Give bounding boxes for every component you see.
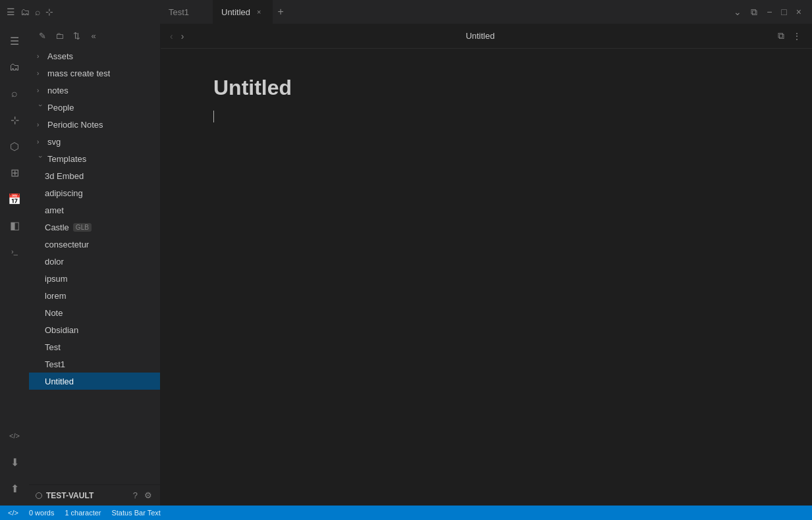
editor-actions: ⧉ ⋮ <box>775 28 804 44</box>
tab-test1[interactable]: Test1 <box>161 0 213 24</box>
activity-calendar-icon[interactable]: 📅 <box>3 187 26 211</box>
activity-upload-icon[interactable]: ⬆ <box>3 477 26 500</box>
activity-document-icon[interactable]: ◧ <box>3 213 26 237</box>
sidebar-item-label: Obsidian <box>45 325 78 335</box>
activity-bookmarks-icon[interactable]: ⊹ <box>3 108 26 132</box>
sidebar-item-label: Templates <box>47 154 86 164</box>
editor-title: Untitled <box>190 31 770 41</box>
activity-bar: ☰ 🗂 ⌕ ⊹ ⬡ ⊞ 📅 ◧ ›_ </> ⬇ ⬆ <box>0 24 29 506</box>
collapse-button[interactable]: « <box>86 28 101 43</box>
chevron-down-icon[interactable]: ⌄ <box>731 4 744 20</box>
tab-untitled-label: Untitled <box>221 7 250 17</box>
sidebar-item-label: 3d Embed <box>45 171 84 181</box>
sidebar-item-label: notes <box>47 86 68 95</box>
sidebar-item-obsidian[interactable]: Obsidian <box>29 321 160 338</box>
activity-code-icon[interactable]: </> <box>3 424 26 448</box>
new-note-button[interactable]: ✎ <box>34 28 50 43</box>
activity-search-icon[interactable]: ⌕ <box>3 82 26 105</box>
new-folder-button[interactable]: 🗀 <box>51 28 67 43</box>
main-layout: ☰ 🗂 ⌕ ⊹ ⬡ ⊞ 📅 ◧ ›_ </> ⬇ ⬆ ✎ 🗀 ⇅ « › Ass… <box>0 24 812 506</box>
folder-open-icon[interactable]: 🗂 <box>20 7 30 17</box>
sidebar-item-test1[interactable]: Test1 <box>29 355 160 373</box>
vault-icon <box>36 492 42 499</box>
sidebar-item-label: dolor <box>45 257 64 267</box>
sidebar-item-label: People <box>47 103 74 113</box>
sidebar-item-note[interactable]: Note <box>29 304 160 321</box>
chevron-down-icon: › <box>37 104 44 111</box>
status-char-count[interactable]: 1 character <box>62 509 103 517</box>
minimize-button[interactable]: − <box>764 4 774 20</box>
activity-sidebar-icon[interactable]: ☰ <box>3 29 26 53</box>
sidebar-toggle-icon[interactable]: ☰ <box>7 7 15 17</box>
sidebar-toolbar: ✎ 🗀 ⇅ « <box>29 24 160 47</box>
split-view-icon[interactable]: ⧉ <box>748 4 760 20</box>
sidebar-item-mass-create-test[interactable]: › mass create test <box>29 65 160 82</box>
status-bar-text[interactable]: Status Bar Text <box>109 509 163 517</box>
sidebar-item-label: svg <box>47 137 61 147</box>
sidebar-item-label: Periodic Notes <box>47 120 103 130</box>
sidebar-item-label: adipiscing <box>45 188 83 198</box>
chevron-down-icon: › <box>37 155 44 162</box>
sidebar-item-ipsum[interactable]: ipsum <box>29 270 160 287</box>
chevron-right-icon: › <box>37 53 43 60</box>
window-controls: ⌄ ⧉ − □ × <box>731 4 812 20</box>
activity-download-icon[interactable]: ⬇ <box>3 450 26 474</box>
sidebar-item-label: Test <box>45 342 61 352</box>
sidebar-item-label: Assets <box>47 51 73 61</box>
activity-extensions-icon[interactable]: ⊞ <box>3 161 26 184</box>
settings-button[interactable]: ⚙ <box>143 489 153 502</box>
sidebar-item-notes[interactable]: › notes <box>29 82 160 99</box>
tab-untitled[interactable]: Untitled × <box>213 0 273 24</box>
status-bar: </> 0 words 1 character Status Bar Text <box>0 506 812 520</box>
sidebar-item-periodic-notes[interactable]: › Periodic Notes <box>29 116 160 133</box>
tab-bar: Test1 Untitled × + <box>161 0 731 24</box>
maximize-button[interactable]: □ <box>778 4 789 20</box>
sort-button[interactable]: ⇅ <box>68 28 84 43</box>
sidebar-item-label: mass create test <box>47 68 110 78</box>
bookmark-bar-icon[interactable]: ⊹ <box>45 7 53 17</box>
activity-terminal-icon[interactable]: ›_ <box>3 240 26 263</box>
sidebar-item-amet[interactable]: amet <box>29 201 160 219</box>
sidebar-item-svg[interactable]: › svg <box>29 133 160 150</box>
sidebar-item-untitled[interactable]: Untitled <box>29 373 160 390</box>
chevron-right-icon: › <box>37 70 43 77</box>
sidebar-item-people[interactable]: › People <box>29 99 160 116</box>
status-code-icon[interactable]: </> <box>5 509 21 517</box>
sidebar-item-consectetur[interactable]: consectetur <box>29 236 160 253</box>
chevron-right-icon: › <box>37 87 43 94</box>
close-button[interactable]: × <box>794 4 804 20</box>
new-tab-button[interactable]: + <box>273 6 289 18</box>
sidebar-item-assets[interactable]: › Assets <box>29 47 160 65</box>
sidebar-item-templates[interactable]: › Templates <box>29 150 160 167</box>
sidebar-item-adipiscing[interactable]: adipiscing <box>29 184 160 201</box>
activity-graph-icon[interactable]: ⬡ <box>3 134 26 158</box>
sidebar-item-label: Note <box>45 308 63 318</box>
sidebar-item-castle[interactable]: Castle GLB <box>29 219 160 236</box>
sidebar-item-label: Castle <box>45 222 69 232</box>
activity-files-icon[interactable]: 🗂 <box>3 55 26 79</box>
search-bar-icon[interactable]: ⌕ <box>35 7 40 17</box>
note-title: Untitled <box>213 75 759 100</box>
sidebar-item-lorem[interactable]: lorem <box>29 287 160 304</box>
sidebar-item-label: Test1 <box>45 359 65 369</box>
forward-button[interactable]: › <box>180 30 186 43</box>
back-button[interactable]: ‹ <box>169 30 175 43</box>
status-word-count[interactable]: 0 words <box>26 509 57 517</box>
editor-toolbar: ‹ › Untitled ⧉ ⋮ <box>161 24 812 49</box>
editor-area: ‹ › Untitled ⧉ ⋮ Untitled <box>161 24 812 506</box>
sidebar-item-3d-embed[interactable]: 3d Embed <box>29 167 160 184</box>
sidebar-item-label: amet <box>45 205 64 215</box>
chevron-right-icon: › <box>37 138 43 145</box>
sidebar-item-test[interactable]: Test <box>29 338 160 355</box>
title-bar-left: ☰ 🗂 ⌕ ⊹ <box>0 7 161 17</box>
sidebar-item-label: ipsum <box>45 274 68 284</box>
sidebar-item-label: lorem <box>45 291 67 301</box>
more-options-button[interactable]: ⋮ <box>790 28 804 44</box>
text-cursor <box>213 111 214 122</box>
help-button[interactable]: ? <box>132 489 139 502</box>
editor-content[interactable]: Untitled <box>161 49 812 506</box>
tab-untitled-close[interactable]: × <box>254 7 263 17</box>
status-left: </> 0 words 1 character Status Bar Text <box>5 509 163 517</box>
split-editor-button[interactable]: ⧉ <box>775 28 787 44</box>
sidebar-item-dolor[interactable]: dolor <box>29 253 160 270</box>
